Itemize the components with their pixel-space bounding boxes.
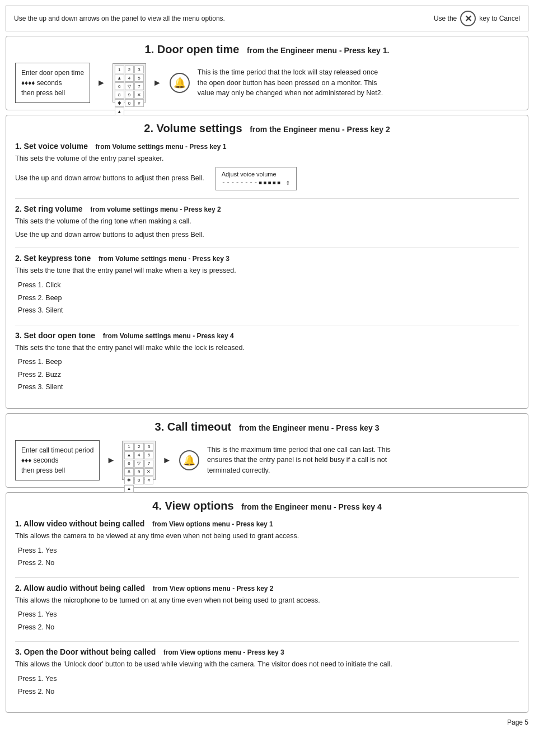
sub3-press-1: Press 1. Click xyxy=(18,279,519,292)
section1-input-line1: Enter door open time xyxy=(21,68,84,78)
s4-sub2-press-1: Press 1. Yes xyxy=(18,608,519,621)
section4-title: 4. View options xyxy=(152,500,233,512)
sub1-desc1: This sets the volume of the entry panel … xyxy=(15,153,519,164)
section-call-timeout: 3. Call timeout from the Engineer menu -… xyxy=(6,413,528,488)
key-4: 4 xyxy=(125,74,134,82)
sub3-title: 2. Set keypress tone xyxy=(15,254,91,263)
s3-key-up: ▲ xyxy=(124,451,134,459)
top-bar-instruction: Use the up and down arrows on the panel … xyxy=(14,15,434,22)
section1-keypad: 1 2 3 ▲ 4 5 6 ▽ 7 8 9 ✕ ✱ 0 # ▲ xyxy=(113,63,146,102)
divider-5 xyxy=(15,641,519,642)
key-6: 6 xyxy=(115,82,124,90)
sub4-press-3: Press 3. Silent xyxy=(18,381,519,394)
s3-key-2: 2 xyxy=(134,443,144,451)
s3-key-down: ▽ xyxy=(134,460,144,468)
key-7: 7 xyxy=(134,82,144,90)
divider-4 xyxy=(15,577,519,578)
volume-adj-widget: Adjust voice volume --------▪▪▪▪▪ ↕ xyxy=(216,167,297,190)
s3-key-x: ✕ xyxy=(144,468,154,476)
section3-input-line3: then press bell xyxy=(21,465,93,475)
s4-sub3-press-1: Press 1. Yes xyxy=(18,673,519,685)
s3-key-3: 3 xyxy=(144,443,154,451)
section3-input-line2: ♦♦♦ seconds xyxy=(21,455,93,465)
section3-title: 3. Call timeout xyxy=(155,421,232,433)
s4-sub2-title: 2. Allow audio without being called xyxy=(15,584,145,592)
section3-input-box: Enter call timeout period ♦♦♦ seconds th… xyxy=(15,440,100,480)
sub3-desc1: This sets the tone that the entry panel … xyxy=(15,265,519,276)
page-number: Page 5 xyxy=(6,718,528,726)
bell-svg: 🔔 xyxy=(169,72,190,94)
sub1-vol-row: Use the up and down arrow buttons to adj… xyxy=(15,167,519,190)
key-x: ✕ xyxy=(134,91,144,99)
svg-text:🔔: 🔔 xyxy=(183,454,196,466)
s4-sub2-press-list: Press 1. Yes Press 2. No xyxy=(18,608,519,633)
key-2: 2 xyxy=(125,66,134,73)
section1-header: 1. Door open time from the Engineer menu… xyxy=(15,43,519,56)
sub2-desc2: Use the up and down arrow buttons to adj… xyxy=(15,230,519,240)
s4-sub3-desc: This allows the 'Unlock door' button to … xyxy=(15,659,519,670)
sub-section-keypress-tone: 2. Set keypress tone from Volume setting… xyxy=(15,254,519,316)
sub4-from-label: from Volume settings menu - Press key 4 xyxy=(103,332,234,340)
sub-section-ring-volume: 2. Set ring volume from volume settings … xyxy=(15,204,519,240)
section4-from-label: from the Engineer menu - Press key 4 xyxy=(241,502,382,511)
section-volume-settings: 2. Volume settings from the Engineer men… xyxy=(6,115,528,409)
arrow-right-1: ► xyxy=(97,78,106,88)
s3-key-5: 5 xyxy=(144,451,154,459)
s4-sub1-title: 1. Allow video without being called xyxy=(15,519,144,528)
top-bar: Use the up and down arrows on the panel … xyxy=(6,6,528,31)
section1-input-line2: ♦♦♦♦ seconds xyxy=(21,78,84,88)
svg-text:🔔: 🔔 xyxy=(174,77,186,89)
s4-sub3-from-label: from View options menu - Press key 3 xyxy=(163,648,284,656)
sub3-press-list: Press 1. Click Press 2. Beep Press 3. Si… xyxy=(18,279,519,317)
section-view-options: 4. View options from the Engineer menu -… xyxy=(6,492,528,713)
s4-sub2-from-label: from View options menu - Press key 2 xyxy=(153,585,274,592)
s3-key-7: 7 xyxy=(144,460,154,468)
s3-key-1: 1 xyxy=(124,443,134,451)
divider-2 xyxy=(15,248,519,248)
s4-sub1-press-2: Press 2. No xyxy=(18,557,519,570)
s3-key-8: 8 xyxy=(124,468,134,476)
divider-1 xyxy=(15,198,519,199)
section1-input-box: Enter door open time ♦♦♦♦ seconds then p… xyxy=(15,63,90,103)
key-up: ▲ xyxy=(115,74,124,82)
s4-sub2-press-2: Press 2. No xyxy=(18,621,519,634)
sub-section-door-open-tone: 3. Set door open tone from Volume settin… xyxy=(15,331,519,394)
sub-section-open-door: 3. Open the Door without being called fr… xyxy=(15,647,519,698)
sub1-desc2: Use the up and down arrow buttons to adj… xyxy=(15,173,204,184)
sub3-press-3: Press 3. Silent xyxy=(18,304,519,317)
section2-header: 2. Volume settings from the Engineer men… xyxy=(15,122,519,135)
sub1-title: 1. Set voice volume xyxy=(15,142,88,151)
sub4-title: 3. Set door open tone xyxy=(15,331,95,340)
key-up2: ▲ xyxy=(115,108,124,115)
s3-key-hash: # xyxy=(144,477,154,484)
s4-sub2-desc: This allows the microphone to be turned … xyxy=(15,595,519,606)
section1-title: 1. Door open time xyxy=(145,43,240,55)
key-5: 5 xyxy=(134,74,144,82)
key-0: 0 xyxy=(125,99,134,107)
section3-keypad: 1 2 3 ▲ 4 5 6 ▽ 7 8 9 ✕ ✱ 0 # ▲ xyxy=(122,441,156,480)
arrow-right-2: ► xyxy=(153,78,162,88)
section3-header: 3. Call timeout from the Engineer menu -… xyxy=(15,421,519,433)
s4-sub1-press-list: Press 1. Yes Press 2. No xyxy=(18,544,519,570)
s4-sub3-title: 3. Open the Door without being called xyxy=(15,647,156,656)
section1-desc: This is the time period that the lock wi… xyxy=(198,67,388,99)
bell-svg-3: 🔔 xyxy=(179,450,200,471)
s4-sub3-press-list: Press 1. Yes Press 2. No xyxy=(18,673,519,698)
sub-section-voice-volume: 1. Set voice volume from Volume settings… xyxy=(15,142,519,190)
key-8: 8 xyxy=(115,91,124,99)
sub4-press-2: Press 2. Buzz xyxy=(18,368,519,381)
divider-3 xyxy=(15,325,519,325)
s3-key-6: 6 xyxy=(124,460,134,468)
section3-content-row: Enter call timeout period ♦♦♦ seconds th… xyxy=(15,440,519,480)
section3-desc: This is the maximum time period that one… xyxy=(207,445,397,476)
top-bar-cancel: Use the ✕ key to Cancel xyxy=(434,11,520,26)
sub1-from-label: from Volume settings menu - Press key 1 xyxy=(96,143,227,151)
sub4-press-list: Press 1. Beep Press 2. Buzz Press 3. Sil… xyxy=(18,356,519,394)
section1-from-label: from the Engineer menu - Press key 1. xyxy=(247,46,389,55)
s4-sub1-from-label: from View options menu - Press key 1 xyxy=(152,520,273,528)
section2-title: 2. Volume settings xyxy=(144,122,242,134)
sub2-from-label: from volume settings menu - Press key 2 xyxy=(90,206,221,213)
key-3: 3 xyxy=(134,66,144,73)
sub3-press-2: Press 2. Beep xyxy=(18,292,519,305)
section3-from-label: from the Engineer menu - Press key 3 xyxy=(239,423,380,432)
